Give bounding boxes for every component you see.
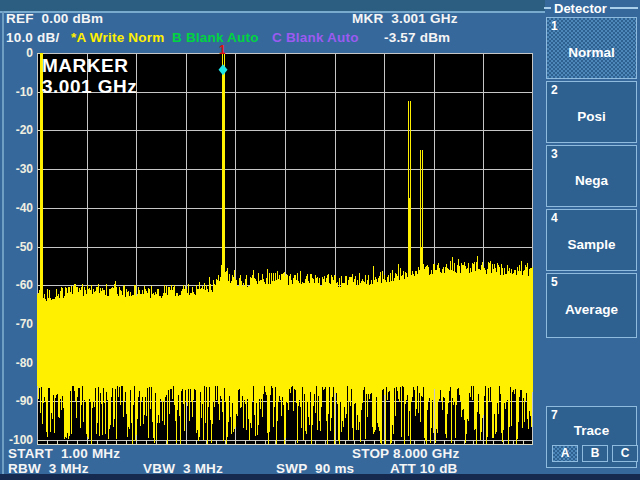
softkey-label: Average (547, 302, 636, 317)
detector-softkey-menu: Detector 1 Normal 2 Posi 3 Nega 4 Sample… (544, 0, 640, 474)
detector-button-1[interactable]: 1 Normal (546, 17, 637, 79)
detector-button-3[interactable]: 3 Nega (546, 145, 637, 207)
bottom-bezel-strip (0, 474, 640, 480)
softkey-label: Normal (547, 45, 636, 60)
spectrum-plot-svg (37, 53, 533, 445)
softkey-number: 7 (551, 408, 558, 422)
y-axis-label: -60 (0, 278, 33, 292)
softkey-number: 1 (551, 19, 558, 33)
marker-number-flag: 1 (219, 43, 226, 57)
marker-annotation-title: MARKER (42, 55, 137, 76)
spectrum-analyzer-screen: REF 0.00 dBm MKR 3.001 GHz 10.0 dB/ *A W… (0, 0, 640, 480)
softkey-number: 4 (551, 211, 558, 225)
trace-key-b[interactable]: B (582, 445, 608, 462)
detector-button-2[interactable]: 2 Posi (546, 81, 637, 143)
softkey-number: 3 (551, 147, 558, 161)
trace-key-c[interactable]: C (612, 445, 638, 462)
y-axis-label: 0 (0, 46, 33, 60)
y-axis-label: -50 (0, 240, 33, 254)
y-axis-label: -10 (0, 85, 33, 99)
detector-button-5[interactable]: 5 Average (546, 273, 637, 338)
marker-level-readout: -3.57 dBm (384, 30, 450, 45)
trace-key-a[interactable]: A (552, 445, 578, 462)
y-axis-label: -40 (0, 201, 33, 215)
marker-annotation: MARKER 3.001 GHz (42, 55, 137, 97)
y-axis-label: -90 (0, 394, 33, 408)
marker-freq-readout: MKR 3.001 GHz (352, 11, 458, 26)
trace-b-status: B Blank Auto (172, 30, 259, 45)
y-axis-label: -30 (0, 162, 33, 176)
detector-button-4[interactable]: 4 Sample (546, 209, 637, 271)
detector-menu-title: Detector (544, 0, 640, 16)
marker-diamond-icon (219, 64, 228, 75)
trace-a-status: *A Write Norm (71, 30, 164, 45)
softkey-number: 2 (551, 83, 558, 97)
softkey-label: Posi (547, 109, 636, 124)
spectrum-plot (37, 53, 533, 445)
detector-button-7[interactable]: 7 Trace A B C (546, 406, 637, 468)
y-axis-label: -80 (0, 356, 33, 370)
softkey-number: 5 (551, 275, 558, 289)
y-axis-label: -70 (0, 317, 33, 331)
trace-c-status: C Blank Auto (272, 30, 359, 45)
y-axis-label: -20 (0, 123, 33, 137)
start-freq-readout: START 1.00 MHz (8, 446, 120, 461)
softkey-label: Sample (547, 237, 636, 252)
marker-annotation-freq: 3.001 GHz (42, 76, 137, 97)
y-axis-label: -100 (0, 433, 33, 447)
y-axis-labels: 0-10-20-30-40-50-60-70-80-90-100 (0, 0, 34, 480)
softkey-label: Nega (547, 173, 636, 188)
detector-menu-title-label: Detector (554, 1, 607, 16)
trace-select-row: A B C (547, 445, 636, 462)
stop-freq-readout: STOP 8.000 GHz (352, 446, 459, 461)
softkey-label: Trace (547, 423, 636, 438)
